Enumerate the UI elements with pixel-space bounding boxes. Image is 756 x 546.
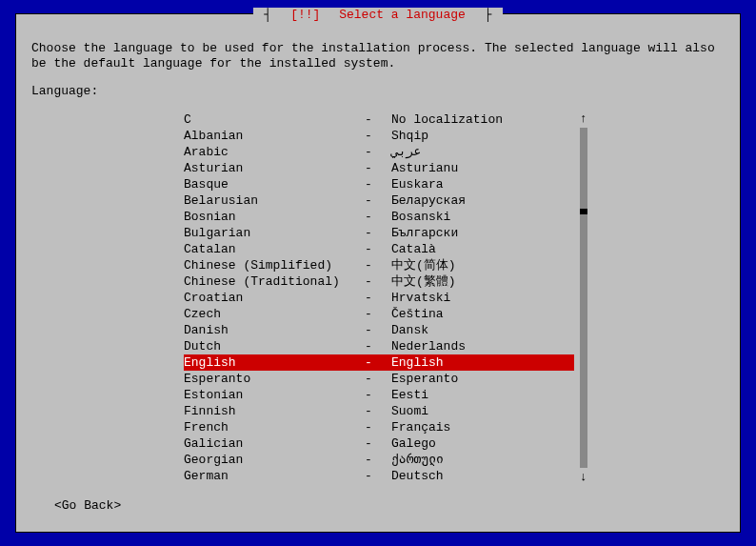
language-name: Catalan [184, 241, 365, 257]
language-name: Galician [184, 435, 365, 452]
language-name: Basque [184, 176, 365, 192]
language-native: Nederlands [391, 338, 574, 354]
language-native: Беларуская [391, 192, 574, 209]
instruction-text: Choose the language to be used for the i… [31, 41, 725, 71]
language-option[interactable]: Georgian-ქართული [184, 452, 574, 468]
language-native: 中文(简体) [391, 257, 574, 273]
language-native: Dansk [391, 322, 574, 338]
dialog-title-bar: ┤ [!!] Select a language ├ [16, 8, 740, 22]
language-native: Français [391, 419, 574, 435]
language-separator: - [365, 306, 391, 322]
language-option[interactable]: French-Français [184, 419, 574, 435]
language-native: Български [391, 225, 574, 241]
language-option[interactable]: Czech-Čeština [184, 306, 574, 322]
language-name: French [184, 419, 365, 435]
language-separator: - [365, 403, 391, 419]
language-name: Bosnian [184, 209, 365, 225]
language-separator: - [365, 468, 391, 484]
scroll-down-icon[interactable]: ↓ [580, 470, 587, 484]
title-prefix: ┤ [259, 8, 286, 22]
language-name: C [184, 111, 365, 128]
language-option[interactable]: Danish-Dansk [184, 322, 574, 338]
language-separator: - [365, 257, 391, 273]
language-name: Croatian [184, 290, 365, 306]
language-separator: - [365, 387, 391, 403]
language-separator: - [365, 128, 391, 144]
language-option[interactable]: Bulgarian-Български [184, 225, 574, 241]
language-name: Belarusian [184, 192, 365, 209]
language-option[interactable]: C-No localization [184, 111, 574, 128]
language-name: Czech [184, 306, 365, 322]
language-native: Esperanto [391, 371, 574, 387]
language-separator: - [365, 111, 391, 128]
title-suffix: ├ [471, 8, 498, 22]
language-separator: - [365, 225, 391, 241]
language-separator: - [365, 452, 391, 468]
language-option[interactable]: German-Deutsch [184, 468, 574, 484]
language-native: Shqip [391, 128, 574, 144]
language-separator: - [365, 290, 391, 306]
language-separator: - [365, 338, 391, 354]
language-native: No localization [391, 111, 574, 128]
language-name: Georgian [184, 452, 365, 468]
language-name: Albanian [184, 128, 365, 144]
language-separator: - [365, 160, 391, 176]
language-option[interactable]: Albanian-Shqip [184, 128, 574, 144]
language-option[interactable]: Belarusian-Беларуская [184, 192, 574, 209]
language-native: 中文(繁體) [391, 273, 574, 290]
language-name: English [184, 354, 365, 371]
language-name: Bulgarian [184, 225, 365, 241]
language-separator: - [365, 241, 391, 257]
language-option[interactable]: Galician-Galego [184, 435, 574, 452]
language-option[interactable]: Arabic-عربي [184, 144, 574, 160]
language-native: Hrvatski [391, 290, 574, 306]
language-native: عربي [391, 144, 574, 160]
language-native: Eesti [391, 387, 574, 403]
language-separator: - [365, 371, 391, 387]
language-separator: - [365, 273, 391, 290]
language-native: Čeština [391, 306, 574, 322]
language-name: German [184, 468, 365, 484]
title-marker: [!!] [285, 8, 326, 22]
language-option[interactable]: Basque-Euskara [184, 176, 574, 192]
language-separator: - [365, 419, 391, 435]
language-option[interactable]: Esperanto-Esperanto [184, 371, 574, 387]
language-name: Arabic [184, 144, 365, 160]
go-back-button[interactable]: <Go Back> [54, 498, 121, 513]
language-native: English [391, 354, 574, 371]
language-name: Danish [184, 322, 365, 338]
language-native: Català [391, 241, 574, 257]
language-list: C-No localizationAlbanian-ShqipArabic-عر… [184, 111, 574, 484]
language-option[interactable]: Chinese (Simplified)-中文(简体) [184, 257, 574, 273]
language-option[interactable]: Croatian-Hrvatski [184, 290, 574, 306]
language-name: Asturian [184, 160, 365, 176]
language-option[interactable]: Chinese (Traditional)-中文(繁體) [184, 273, 574, 290]
language-option[interactable]: Catalan-Català [184, 241, 574, 257]
language-option[interactable]: English-English [184, 354, 574, 371]
language-separator: - [365, 192, 391, 209]
language-label: Language: [31, 84, 725, 98]
language-option[interactable]: Estonian-Eesti [184, 387, 574, 403]
language-name: Dutch [184, 338, 365, 354]
language-native: Suomi [391, 403, 574, 419]
language-separator: - [365, 354, 391, 371]
language-option[interactable]: Dutch-Nederlands [184, 338, 574, 354]
dialog-title: Select a language [326, 8, 470, 22]
language-native: Deutsch [391, 468, 574, 484]
scrollbar-thumb[interactable] [580, 209, 587, 214]
language-name: Estonian [184, 387, 365, 403]
language-native: ქართული [391, 452, 574, 468]
language-option[interactable]: Finnish-Suomi [184, 403, 574, 419]
language-separator: - [365, 144, 391, 160]
language-option[interactable]: Asturian-Asturianu [184, 160, 574, 176]
language-separator: - [365, 322, 391, 338]
language-separator: - [365, 435, 391, 452]
language-native: Asturianu [391, 160, 574, 176]
language-native: Galego [391, 435, 574, 452]
scrollbar-track[interactable] [580, 128, 587, 468]
language-option[interactable]: Bosnian-Bosanski [184, 209, 574, 225]
language-name: Chinese (Simplified) [184, 257, 365, 273]
language-name: Finnish [184, 403, 365, 419]
scroll-up-icon[interactable]: ↑ [580, 111, 587, 126]
dialog-content: Choose the language to be used for the i… [16, 14, 740, 499]
